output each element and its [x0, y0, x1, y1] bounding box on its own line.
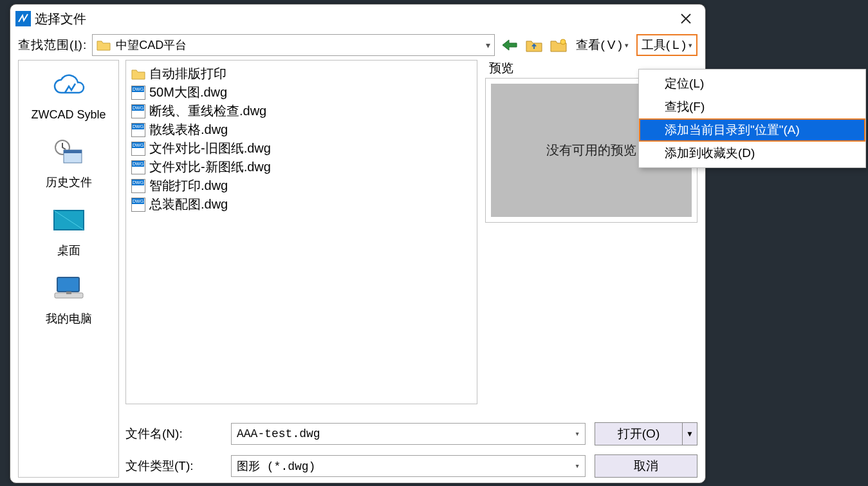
- computer-icon: [19, 274, 118, 304]
- look-in-dropdown[interactable]: 中望CAD平台 ▾: [92, 34, 495, 56]
- file-list[interactable]: 自动排版打印50M大图.dwg断线、重线检查.dwg散线表格.dwg文件对比-旧…: [125, 60, 477, 404]
- places-item-my-computer[interactable]: 我的电脑: [19, 270, 118, 335]
- file-row[interactable]: 50M大图.dwg: [131, 83, 472, 102]
- file-open-dialog: 选择文件 查找范围(I): 中望CAD平台 ▾: [10, 4, 706, 483]
- tools-menu-item[interactable]: 查找(F): [639, 95, 865, 118]
- view-menu-button[interactable]: 查看(V) ▾: [573, 35, 631, 55]
- listing-row: 自动排版打印50M大图.dwg断线、重线检查.dwg散线表格.dwg文件对比-旧…: [125, 60, 697, 404]
- app-icon: [15, 11, 31, 26]
- look-in-label: 查找范围(I):: [18, 37, 87, 53]
- tools-menu-item[interactable]: 定位(L): [639, 72, 865, 95]
- chevron-down-icon: ▾: [625, 41, 629, 50]
- file-row[interactable]: 散线表格.dwg: [131, 120, 472, 139]
- up-folder-button[interactable]: [524, 35, 544, 55]
- file-row[interactable]: 断线、重线检查.dwg: [131, 102, 472, 120]
- svg-rect-5: [57, 277, 79, 292]
- chevron-down-icon: ▾: [486, 40, 490, 50]
- open-button[interactable]: 打开(O): [595, 422, 683, 445]
- look-in-value: 中望CAD平台: [116, 37, 187, 53]
- titlebar: 选择文件: [10, 5, 705, 33]
- dwg-file-icon: [131, 142, 145, 156]
- dwg-file-icon: [131, 160, 145, 174]
- chevron-down-icon: ▾: [688, 41, 692, 50]
- place-label: 我的电脑: [19, 311, 118, 326]
- dialog-body: ZWCAD Syble 历史文件: [10, 60, 705, 483]
- places-item-history[interactable]: 历史文件: [19, 133, 118, 199]
- new-folder-button[interactable]: [549, 35, 568, 55]
- places-item-desktop[interactable]: 桌面: [19, 201, 118, 267]
- places-item-zwcad-syble[interactable]: ZWCAD Syble: [19, 67, 118, 131]
- bottom-controls: 文件名(N): AAA-test.dwg ▾ 打开(O) ▼: [125, 422, 697, 478]
- place-label: ZWCAD Syble: [19, 108, 118, 122]
- filename-value: AAA-test.dwg: [237, 427, 320, 440]
- file-row[interactable]: 文件对比-新图纸.dwg: [131, 158, 472, 176]
- dialog-title: 选择文件: [35, 10, 672, 28]
- folder-icon: [131, 67, 145, 81]
- folder-icon: [97, 39, 111, 51]
- file-row[interactable]: 智能打印.dwg: [131, 176, 472, 195]
- dwg-file-icon: [131, 123, 145, 137]
- history-icon: [19, 137, 118, 168]
- file-name: 文件对比-旧图纸.dwg: [149, 140, 271, 157]
- place-label: 桌面: [19, 243, 118, 258]
- place-label: 历史文件: [19, 174, 118, 190]
- filetype-label: 文件类型(T):: [125, 458, 222, 474]
- places-sidebar: ZWCAD Syble 历史文件: [18, 60, 119, 478]
- tools-menu-item[interactable]: 添加到收藏夹(D): [639, 142, 865, 165]
- file-name: 智能打印.dwg: [149, 177, 228, 194]
- filename-input[interactable]: AAA-test.dwg ▾: [231, 423, 586, 445]
- file-name: 自动排版打印: [149, 65, 226, 82]
- chevron-down-icon: ▾: [575, 429, 580, 439]
- filename-label: 文件名(N):: [125, 425, 222, 442]
- file-name: 散线表格.dwg: [149, 121, 228, 138]
- tools-menu-button[interactable]: 工具(L) ▾: [636, 34, 697, 56]
- cancel-button[interactable]: 取消: [595, 454, 697, 478]
- file-row[interactable]: 文件对比-旧图纸.dwg: [131, 139, 472, 158]
- main-column: 自动排版打印50M大图.dwg断线、重线检查.dwg散线表格.dwg文件对比-旧…: [125, 60, 697, 478]
- dwg-file-icon: [131, 198, 145, 212]
- close-button[interactable]: [672, 6, 700, 32]
- file-row[interactable]: 总装配图.dwg: [131, 195, 472, 214]
- back-button[interactable]: [500, 35, 519, 55]
- svg-point-0: [560, 39, 566, 44]
- filetype-value: 图形 (*.dwg): [237, 458, 315, 474]
- dwg-file-icon: [131, 104, 145, 118]
- file-name: 断线、重线检查.dwg: [149, 102, 266, 120]
- open-button-dropdown[interactable]: ▼: [683, 422, 697, 445]
- file-name: 总装配图.dwg: [149, 196, 228, 213]
- tools-menu-item[interactable]: 添加当前目录到"位置"(A): [639, 118, 865, 142]
- dwg-file-icon: [131, 86, 145, 100]
- chevron-down-icon: ▾: [575, 461, 580, 471]
- file-row[interactable]: 自动排版打印: [131, 64, 472, 83]
- dwg-file-icon: [131, 179, 145, 193]
- filetype-dropdown[interactable]: 图形 (*.dwg) ▾: [231, 455, 586, 477]
- tools-menu: 定位(L)查找(F)添加当前目录到"位置"(A)添加到收藏夹(D): [638, 69, 866, 168]
- toolbar: 查找范围(I): 中望CAD平台 ▾ 查看(V) ▾: [10, 33, 705, 60]
- file-name: 50M大图.dwg: [149, 84, 227, 101]
- desktop-icon: [19, 205, 118, 236]
- svg-rect-3: [64, 150, 82, 153]
- svg-rect-7: [66, 292, 71, 294]
- file-name: 文件对比-新图纸.dwg: [149, 158, 271, 176]
- cloud-icon: [19, 71, 118, 102]
